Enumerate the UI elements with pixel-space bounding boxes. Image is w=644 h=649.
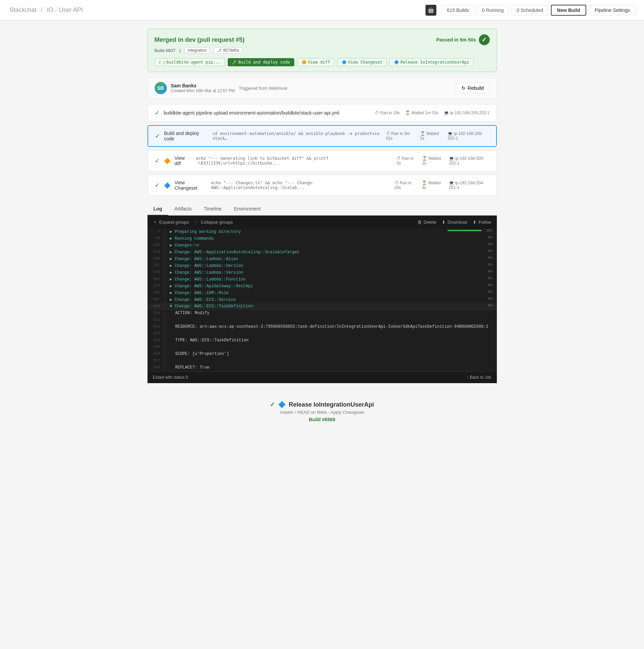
- log-line-46[interactable]: 46 ▶ Running commands 0s: [147, 235, 497, 242]
- meta-sep1: |: [179, 48, 180, 53]
- job-row-3[interactable]: ✓ 🔷 View Changeset echo "--- Changes:\n"…: [147, 175, 497, 196]
- avatar: SB: [155, 82, 167, 94]
- job-row-0[interactable]: ✓ buildkite-agent pipeline upload enviro…: [147, 104, 497, 122]
- log-toolbar-left: ＋ Expand groups － Collapse groups: [153, 219, 233, 225]
- log-line-1[interactable]: 1 ▶ Preparing working directory 18s: [147, 228, 497, 235]
- line-content-161: ▶ Change: AWS::Lambda::Function: [164, 276, 488, 283]
- rebuild-button[interactable]: ↻ Rebuild: [456, 83, 489, 93]
- pipeline-name[interactable]: IO - User API: [47, 6, 83, 13]
- step-icon-3: 🔷: [342, 60, 347, 65]
- job-host-0: 💻 ip-192-168-205-202-1: [444, 110, 489, 115]
- pipeline-steps: { } buildkite-agent pip... 🚀 Build and d…: [155, 58, 490, 66]
- job-host-1: 💻 ip-192-168-205-202-1: [448, 131, 489, 141]
- exit-status: Exited with status 0: [153, 375, 188, 380]
- line-content-125: ▶ Change: AWS::Lambda::Alias: [164, 256, 488, 262]
- job-waited-0: ⏳ Waited 1m 33s: [405, 110, 438, 115]
- tab-log[interactable]: Log: [147, 203, 169, 216]
- download-button[interactable]: ⬇ Download: [442, 220, 467, 225]
- line-content-213: [164, 330, 497, 337]
- commit-hash: 807dd6a: [223, 48, 239, 53]
- tabs: Log Artifacts Timeline Environment: [147, 203, 497, 216]
- job-stats-0: ⏱ Ran in 19s ⏳ Waited 1m 33s 💻 ip-192-16…: [375, 110, 489, 115]
- release-build-link[interactable]: Build #6569: [309, 417, 335, 422]
- follow-button[interactable]: ⬇ Follow: [473, 220, 491, 225]
- log-line-161[interactable]: 161 ▶ Change: AWS::Lambda::Function 0s: [147, 276, 497, 283]
- line-num-161: 161: [147, 276, 164, 283]
- log-line-197[interactable]: 197 ▶ Change: AWS::ECS::Service 0s: [147, 296, 497, 303]
- author-name: Sam Banks: [171, 83, 235, 88]
- new-build-button[interactable]: New Build: [551, 5, 586, 16]
- log-line-211: 211: [147, 317, 497, 324]
- line-content-210: ACTION: Modify: [164, 310, 497, 317]
- line-num-214: 214: [147, 337, 164, 344]
- log-line-113[interactable]: 113 ▶ Change: AWS::ApplicationAutoScalin…: [147, 249, 497, 256]
- org-name[interactable]: Stackchat: [10, 6, 36, 13]
- step-label-2: View diff: [308, 60, 330, 65]
- tab-timeline[interactable]: Timeline: [198, 203, 228, 216]
- step-pill-1[interactable]: 🚀 Build and deploy code: [228, 58, 295, 66]
- log-line-216: 216 SCOPE: [u'Properties']: [147, 351, 497, 358]
- log-line-125[interactable]: 125 ▶ Change: AWS::Lambda::Alias 0s: [147, 256, 497, 262]
- log-line-209[interactable]: 209 ▼ Change: AWS::ECS::TaskDefinition 0…: [147, 303, 497, 310]
- line-num-173: 173: [147, 283, 164, 290]
- delete-button[interactable]: 🗑 Delete: [417, 220, 437, 225]
- log-line-137[interactable]: 137 ▶ Change: AWS::Lambda::Version 0s: [147, 262, 497, 269]
- tab-environment[interactable]: Environment: [228, 203, 267, 216]
- job-ran-0: ⏱ Ran in 19s: [375, 110, 400, 115]
- log-line-173[interactable]: 173 ▶ Change: AWS::ApiGateway::RestApi 0…: [147, 283, 497, 290]
- step-pill-3[interactable]: 🔷 View Changeset: [337, 58, 387, 66]
- line-content-209: ▼ Change: AWS::ECS::TaskDefinition: [164, 303, 488, 310]
- line-duration-125: 0s: [488, 256, 497, 262]
- step-pill-2[interactable]: 🔶 View diff: [297, 58, 334, 66]
- passed-text: Passed in 9m 50s: [436, 37, 476, 42]
- build-banner-top: Merged in dev (pull request #5) Passed i…: [155, 34, 490, 45]
- line-duration-112: 0s: [488, 242, 497, 249]
- pipeline-settings-button[interactable]: Pipeline Settings: [589, 5, 636, 15]
- line-num-113: 113: [147, 249, 164, 256]
- line-content-217: [164, 358, 497, 364]
- release-section: ✓ 🔷 Release IoIntegrationUserApi master …: [147, 394, 497, 429]
- build-number[interactable]: Build #607: [155, 48, 175, 53]
- line-num-125: 125: [147, 256, 164, 262]
- line-duration-1: 18s: [448, 228, 497, 235]
- commit-tag[interactable]: ⎇ 807dd6a: [214, 47, 242, 53]
- build-banner: Merged in dev (pull request #5) Passed i…: [147, 29, 497, 72]
- log-line-149[interactable]: 149 ▶ Change: AWS::Lambda::Version 0s: [147, 269, 497, 276]
- job-stats-2: ⏱ Ran in 5s ⏳ Waited 2s 💻 ip-192-168-205…: [397, 156, 489, 166]
- job-row-1[interactable]: ✓ Build and deploy code cd environment-a…: [147, 125, 497, 147]
- back-to-job-button[interactable]: ↑ Back to Job: [467, 375, 491, 380]
- step-pill-4[interactable]: 🔷 Release IoIntegrationUserApi: [389, 58, 473, 66]
- running-count-button[interactable]: 0 Running: [477, 5, 509, 15]
- log-line-212: 212 RESOURCE: arn:aws:ecs:ap-southeast-2…: [147, 324, 497, 330]
- follow-icon: ⬇: [473, 220, 476, 225]
- expand-groups-button[interactable]: ＋ Expand groups: [153, 219, 189, 225]
- step-label-1: Build and deploy code: [239, 60, 290, 65]
- line-num-137: 137: [147, 262, 164, 269]
- log-content: 1 ▶ Preparing working directory 18s 46 ▶…: [147, 228, 497, 371]
- line-duration-149: 0s: [488, 269, 497, 276]
- collapse-groups-button[interactable]: － Collapse groups: [194, 219, 233, 225]
- main-content: Merged in dev (pull request #5) Passed i…: [142, 29, 502, 429]
- scheduled-count-button[interactable]: 0 Scheduled: [511, 5, 548, 15]
- rebuild-label: Rebuild: [468, 85, 484, 91]
- line-num-149: 149: [147, 269, 164, 276]
- log-line-112[interactable]: 112 ▶ Changes:\n 0s: [147, 242, 497, 249]
- job-row-2[interactable]: ✓ 🔶 View diff echo "--- Generating link …: [147, 150, 497, 171]
- line-num-210: 210: [147, 310, 164, 317]
- build-tag[interactable]: integration: [185, 47, 210, 53]
- step-label-3: View Changeset: [348, 60, 382, 65]
- job-stats-1: ⏱ Ran in 3m 52s ⏳ Waited 2s 💻 ip-192-168…: [386, 131, 489, 141]
- line-num-112: 112: [147, 242, 164, 249]
- follow-label: Follow: [478, 220, 491, 225]
- line-content-46: ▶ Running commands: [164, 235, 488, 242]
- tab-artifacts[interactable]: Artifacts: [168, 203, 198, 216]
- download-label: Download: [448, 220, 467, 225]
- build-title: Merged in dev (pull request #5): [155, 36, 245, 44]
- step-pill-0[interactable]: { } buildkite-agent pip...: [155, 58, 225, 66]
- job-name-3: View Changeset: [175, 180, 206, 191]
- job-ran-1: ⏱ Ran in 3m 52s: [386, 131, 415, 141]
- release-title-text: Release IoIntegrationUserApi: [289, 401, 374, 408]
- log-line-185[interactable]: 185 ▶ Change: AWS::IAM::Role 0s: [147, 290, 497, 296]
- agent-icon: 🤖: [425, 5, 436, 16]
- builds-count-button[interactable]: 619 Builds: [442, 5, 474, 15]
